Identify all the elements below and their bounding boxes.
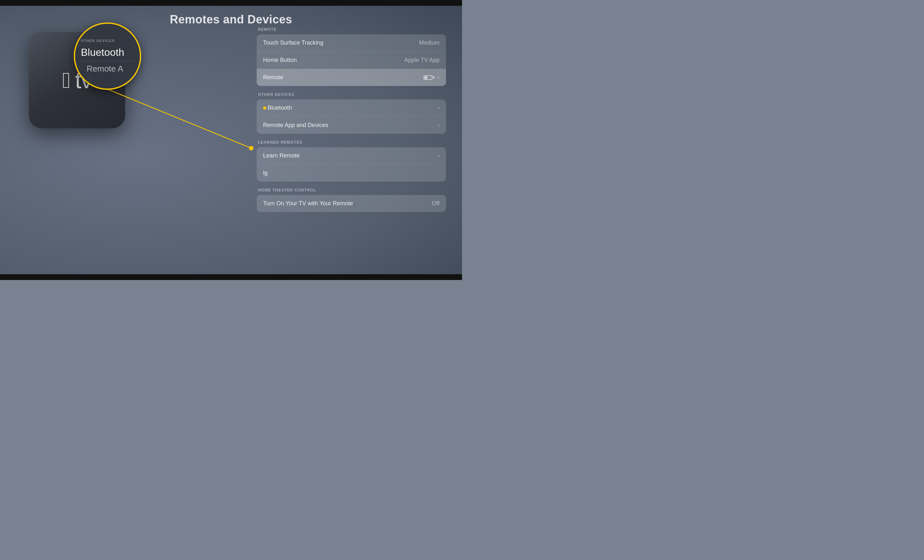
section-label-remote: REMOTE: [256, 27, 446, 32]
home-button-label: Home Button: [263, 57, 297, 63]
magnifier-bluetooth-text: Bluetooth: [81, 46, 124, 58]
settings-panel: REMOTE Touch Surface Tracking Medium Hom…: [256, 27, 446, 219]
bluetooth-label: Bluetooth: [263, 105, 292, 111]
learn-remote-chevron-icon: ›: [438, 152, 440, 159]
other-devices-settings-group: Bluetooth › Remote App and Devices ›: [256, 99, 446, 134]
touch-surface-value: Medium: [419, 39, 440, 46]
battery-fill: [424, 76, 428, 79]
remote-app-chevron-icon: ›: [438, 122, 440, 129]
bluetooth-value: ›: [438, 105, 440, 111]
magnifier-circle: OTHER DEVICES Bluetooth Remote A: [74, 22, 141, 90]
battery-body: [423, 75, 432, 80]
magnifier-remote-text: Remote A: [81, 63, 129, 75]
section-label-other-devices: OTHER DEVICES: [256, 92, 446, 97]
remote-app-value: ›: [438, 122, 440, 129]
remote-chevron-icon: ›: [438, 74, 440, 81]
touch-surface-label: Touch Surface Tracking: [263, 39, 323, 46]
section-label-home-theater: HOME THEATER CONTROL: [256, 188, 446, 192]
bluetooth-row[interactable]: Bluetooth ›: [256, 99, 446, 117]
black-bar-bottom: [0, 274, 462, 280]
lg-remote-label: lg: [263, 170, 268, 177]
learn-remote-value: ›: [438, 152, 440, 159]
battery-cap: [433, 76, 434, 79]
battery-icon: [423, 75, 434, 80]
lg-remote-row[interactable]: lg: [256, 165, 446, 181]
remote-app-row[interactable]: Remote App and Devices ›: [256, 117, 446, 134]
turn-on-tv-label: Turn On Your TV with Your Remote: [263, 200, 353, 207]
magnifier-section-label: OTHER DEVICES: [75, 36, 140, 44]
home-button-row[interactable]: Home Button Apple TV App: [256, 52, 446, 69]
home-button-value: Apple TV App: [404, 57, 440, 63]
page-title: Remotes and Devices: [0, 13, 462, 26]
black-bar-top: [0, 0, 462, 6]
turn-on-tv-value: Off: [432, 200, 440, 207]
magnifier-bluetooth-row: Bluetooth: [75, 44, 140, 61]
learn-remote-row[interactable]: Learn Remote ›: [256, 147, 446, 165]
home-theater-settings-group: Turn On Your TV with Your Remote Off: [256, 195, 446, 212]
bluetooth-chevron-icon: ›: [438, 105, 440, 111]
remote-row[interactable]: Remote ›: [256, 69, 446, 86]
remote-settings-group: Touch Surface Tracking Medium Home Butto…: [256, 34, 446, 86]
remote-app-label: Remote App and Devices: [263, 122, 328, 129]
section-label-learned-remotes: LEARNED REMOTES: [256, 140, 446, 145]
learn-remote-label: Learn Remote: [263, 152, 300, 159]
magnifier-remote-row: Remote A: [75, 61, 140, 76]
touch-surface-row[interactable]: Touch Surface Tracking Medium: [256, 34, 446, 52]
bluetooth-dot-icon: [263, 106, 266, 110]
remote-value: ›: [423, 74, 440, 81]
apple-logo-icon: : [62, 69, 70, 91]
remote-label: Remote: [263, 74, 283, 81]
learned-remotes-settings-group: Learn Remote › lg: [256, 147, 446, 181]
turn-on-tv-row[interactable]: Turn On Your TV with Your Remote Off: [256, 195, 446, 212]
